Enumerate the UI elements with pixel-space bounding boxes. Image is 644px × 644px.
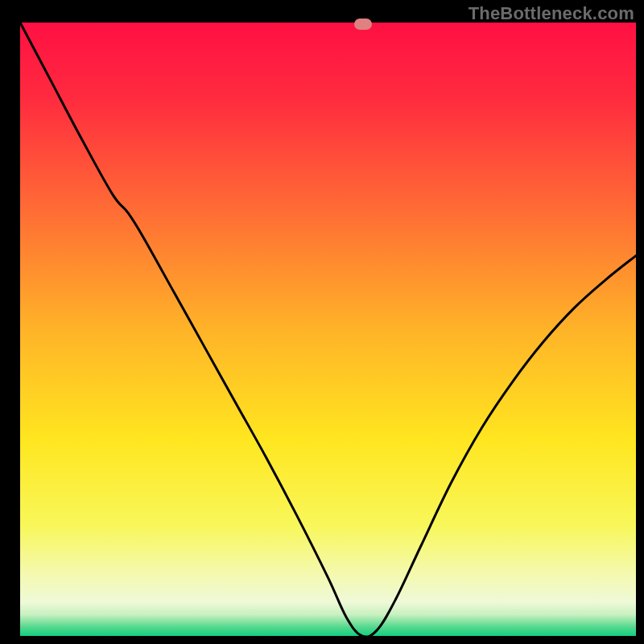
- watermark-text: TheBottleneck.com: [469, 3, 634, 24]
- bottleneck-chart: TheBottleneck.com: [0, 0, 644, 644]
- curve-layer: [0, 0, 644, 644]
- optimal-point-marker: [354, 19, 372, 30]
